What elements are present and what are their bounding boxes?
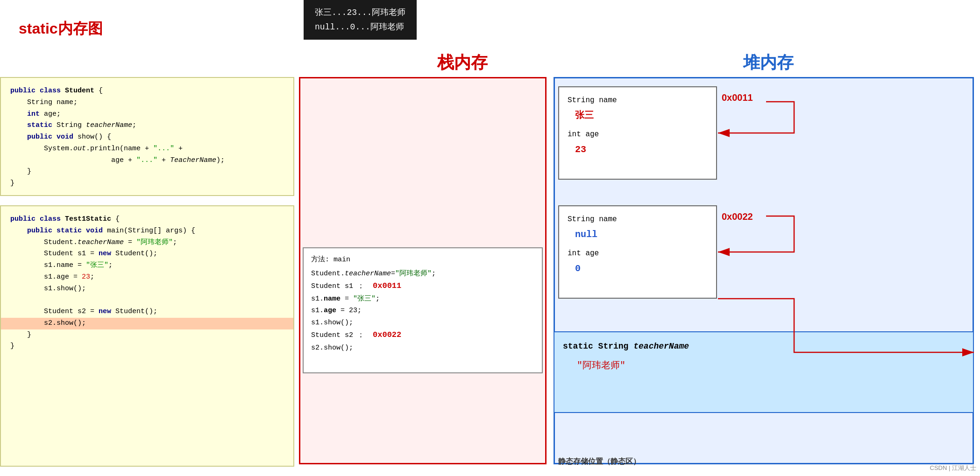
method-line: Student s2 ； 0x0022 (311, 329, 534, 342)
method-line: s1.age = 23; (311, 305, 534, 317)
code-line: s1.name = "张三"; (10, 260, 284, 272)
method-box: 方法: main Student.teacherName="阿玮老师"; Stu… (303, 247, 543, 373)
heap-obj2-field2-val: 0 (575, 260, 708, 277)
heap-title: 堆内存 (575, 51, 962, 74)
output-box: 张三...23...阿玮老师 null...0...阿玮老师 (304, 0, 417, 40)
method-line: s1.name = "张三"; (311, 293, 534, 305)
static-field-value: "阿玮老师" (577, 357, 965, 374)
code-line: age + "..." + TeacherName); (10, 155, 284, 167)
static-field-label: static String teacherName (563, 339, 965, 354)
method-line: Student s1 ； 0x0011 (311, 280, 534, 293)
addr-0x0011: 0x0011 (722, 92, 753, 103)
code-line: } (10, 329, 284, 341)
page-title: static内存图 (19, 19, 103, 39)
stack-title: 栈内存 (383, 51, 542, 74)
static-area-bottom-label: 静态存储位置（静态区） (558, 457, 640, 467)
heap-obj2-field1-val: null (575, 226, 708, 243)
code-line: } (10, 178, 284, 189)
code-line: Student s1 = new Student(); (10, 248, 284, 260)
code-line: Student s2 = new Student(); (10, 306, 284, 318)
output-line1: 张三...23...阿玮老师 (315, 6, 405, 20)
code-line: Student.teacherName = "阿玮老师"; (10, 237, 284, 249)
code-box-student: public class Student { String name; int … (0, 77, 294, 196)
code-line: } (10, 341, 284, 352)
heap-obj2-field1-type: String name (568, 213, 708, 226)
code-line: public static void main(String[] args) { (10, 225, 284, 237)
heap-obj1-field2-type: int age (568, 128, 708, 141)
code-line: s1.age = 23; (10, 272, 284, 283)
heap-object-2: String name null int age 0 (558, 205, 717, 299)
code-line: } (10, 166, 284, 178)
code-line: static String teacherName; (10, 120, 284, 132)
method-line: Student.teacherName="阿玮老师"; (311, 268, 534, 280)
heap-obj2-field2-type: int age (568, 247, 708, 260)
code-line: String name; (10, 97, 284, 109)
method-line: s2.show(); (311, 342, 534, 354)
code-line: public class Test1Static { (10, 214, 284, 225)
code-line: System.out.println(name + "..." + (10, 143, 284, 155)
static-area: static String teacherName "阿玮老师" (554, 331, 974, 413)
code-line: public class Student { (10, 85, 284, 97)
code-line: public void show() { (10, 132, 284, 143)
code-line: int age; (10, 109, 284, 120)
heap-obj1-field1-type: String name (568, 94, 708, 107)
heap-object-1: String name 张三 int age 23 (558, 86, 717, 180)
code-line (10, 294, 284, 306)
addr-0x0022: 0x0022 (722, 211, 753, 222)
code-line: s2.show(); (1, 318, 293, 329)
method-line: s1.show(); (311, 317, 534, 329)
heap-obj1-field1-val: 张三 (575, 107, 708, 124)
code-line: s1.show(); (10, 283, 284, 295)
method-title: 方法: main (311, 254, 534, 266)
watermark: CSDN | 江湖人士 (930, 464, 976, 472)
heap-obj1-field2-val: 23 (575, 141, 708, 158)
code-box-test1static: public class Test1Static { public static… (0, 205, 294, 467)
output-line2: null...0...阿玮老师 (315, 20, 405, 35)
